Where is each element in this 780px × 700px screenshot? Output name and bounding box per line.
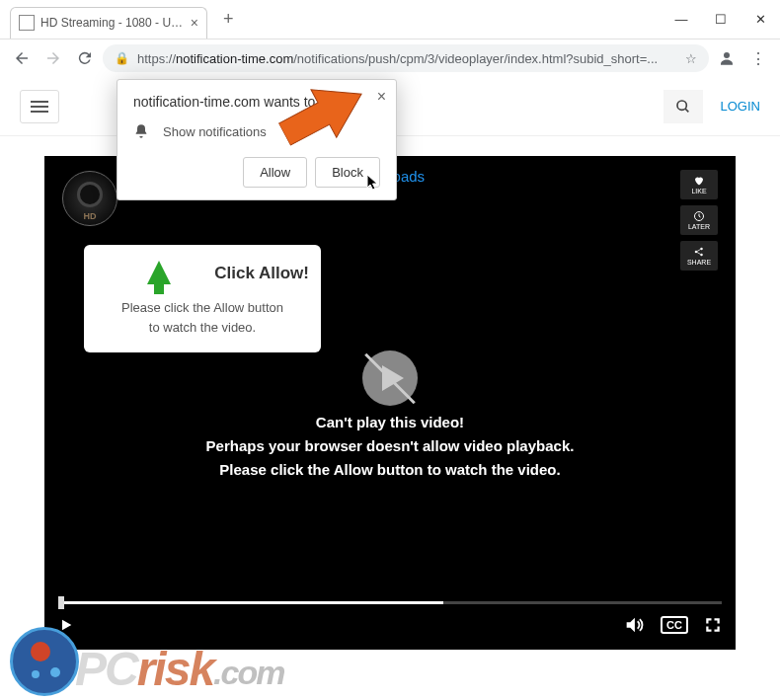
omnibox[interactable]: 🔒 https://notification-time.com/notifica… bbox=[103, 44, 709, 72]
click-allow-tooltip: Click Allow! Please click the Allow butt… bbox=[84, 245, 321, 352]
address-bar: 🔒 https://notification-time.com/notifica… bbox=[0, 39, 780, 77]
like-button[interactable]: LIKE bbox=[680, 170, 718, 199]
new-tab-button[interactable]: + bbox=[215, 5, 242, 34]
share-button[interactable]: SHARE bbox=[680, 241, 718, 271]
tooltip-heading: Click Allow! bbox=[214, 264, 309, 283]
hamburger-menu-button[interactable] bbox=[20, 90, 59, 123]
later-button[interactable]: LATER bbox=[680, 205, 718, 235]
fullscreen-icon[interactable] bbox=[704, 616, 722, 634]
volume-icon[interactable] bbox=[623, 614, 645, 636]
svg-line-2 bbox=[685, 109, 688, 112]
hd-badge-icon: HD bbox=[62, 171, 117, 226]
popup-close-icon[interactable]: × bbox=[377, 88, 386, 106]
bell-icon bbox=[133, 123, 149, 139]
minimize-button[interactable]: — bbox=[662, 5, 701, 35]
svg-point-5 bbox=[700, 248, 703, 251]
popup-permission-text: Show notifications bbox=[163, 124, 267, 139]
reload-button[interactable] bbox=[71, 44, 99, 72]
video-player: HD HD Streaming - 720p - Unlimited Downl… bbox=[44, 156, 736, 650]
pcrisk-logo-icon bbox=[10, 627, 79, 696]
search-button[interactable] bbox=[663, 90, 703, 123]
svg-point-4 bbox=[695, 251, 698, 254]
tooltip-text: Please click the Allow button to watch t… bbox=[96, 298, 309, 337]
pcrisk-watermark: PCrisk.com bbox=[10, 627, 283, 696]
player-container: HD HD Streaming - 720p - Unlimited Downl… bbox=[0, 136, 780, 669]
tab-close-icon[interactable]: × bbox=[191, 15, 198, 31]
back-button[interactable] bbox=[8, 44, 36, 72]
green-arrow-icon bbox=[147, 261, 171, 284]
svg-point-6 bbox=[700, 254, 703, 257]
bookmark-icon[interactable]: ☆ bbox=[685, 51, 697, 66]
login-link[interactable]: LOGIN bbox=[721, 99, 760, 114]
cc-button[interactable]: CC bbox=[661, 616, 688, 634]
svg-point-0 bbox=[724, 52, 730, 58]
player-message: Can't play this video! Perhaps your brow… bbox=[44, 411, 736, 482]
cursor-icon bbox=[366, 174, 380, 194]
play-button[interactable] bbox=[362, 350, 418, 406]
player-side-actions: LIKE LATER SHARE bbox=[680, 170, 718, 271]
tab-title: HD Streaming - 1080 - Unlimited bbox=[40, 16, 185, 30]
window-controls: — ☐ ✕ bbox=[662, 5, 780, 35]
menu-icon[interactable]: ⋮ bbox=[744, 44, 772, 72]
close-window-button[interactable]: ✕ bbox=[741, 5, 780, 35]
user-icon[interactable] bbox=[713, 44, 741, 72]
lock-icon: 🔒 bbox=[115, 51, 129, 65]
allow-button[interactable]: Allow bbox=[243, 157, 307, 188]
tab-favicon bbox=[19, 15, 35, 31]
browser-tab[interactable]: HD Streaming - 1080 - Unlimited × bbox=[10, 7, 207, 39]
url-text: https://notification-time.com/notificati… bbox=[137, 51, 677, 66]
forward-button[interactable] bbox=[39, 44, 67, 72]
browser-titlebar: HD Streaming - 1080 - Unlimited × + — ☐ … bbox=[0, 0, 780, 39]
maximize-button[interactable]: ☐ bbox=[701, 5, 741, 35]
svg-point-1 bbox=[677, 101, 686, 110]
